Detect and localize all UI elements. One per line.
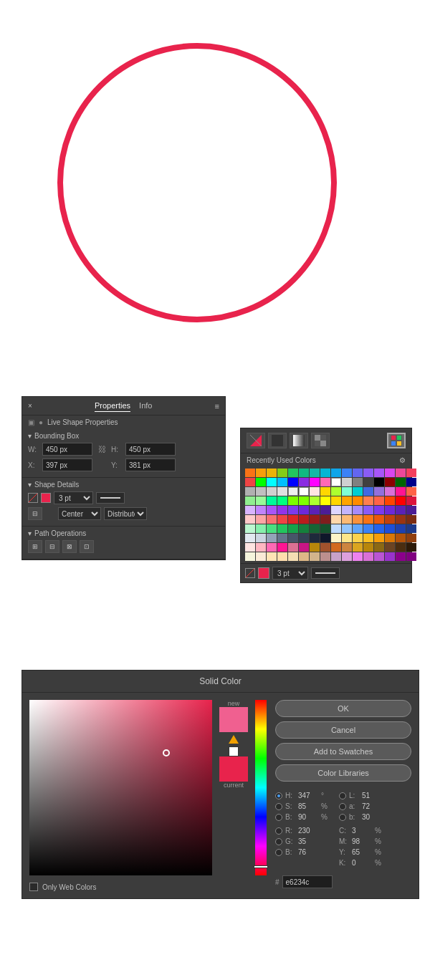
- color-cell[interactable]: [396, 469, 406, 477]
- color-cell[interactable]: [299, 478, 309, 486]
- color-cell[interactable]: [374, 506, 384, 514]
- linear-gradient-btn[interactable]: [290, 433, 308, 448]
- color-cell[interactable]: [310, 496, 320, 505]
- color-cell[interactable]: [267, 524, 277, 533]
- color-cell[interactable]: [245, 552, 255, 561]
- color-cell[interactable]: [299, 552, 309, 561]
- color-cell[interactable]: [331, 524, 341, 533]
- color-cell[interactable]: [277, 552, 287, 561]
- color-cell[interactable]: [288, 552, 298, 561]
- color-cell[interactable]: [310, 487, 320, 496]
- color-cell[interactable]: [299, 506, 309, 514]
- color-cell[interactable]: [406, 496, 416, 505]
- color-cell[interactable]: [256, 515, 266, 524]
- color-cell[interactable]: [385, 496, 395, 505]
- hex-input[interactable]: [282, 875, 333, 888]
- color-cell[interactable]: [374, 487, 384, 496]
- fill-none-swatch[interactable]: [28, 493, 38, 503]
- color-cell[interactable]: [310, 543, 320, 552]
- color-cell[interactable]: [353, 524, 363, 533]
- color-cell[interactable]: [363, 534, 373, 542]
- color-cell[interactable]: [267, 506, 277, 514]
- color-cell[interactable]: [385, 506, 395, 514]
- color-cell[interactable]: [374, 469, 384, 477]
- color-cell[interactable]: [342, 524, 352, 533]
- color-cell[interactable]: [245, 534, 255, 542]
- b-radio[interactable]: [275, 814, 282, 821]
- color-cell[interactable]: [267, 478, 277, 486]
- new-color-box[interactable]: [219, 707, 248, 732]
- color-cell[interactable]: [320, 524, 330, 533]
- color-cell[interactable]: [267, 496, 277, 505]
- color-cell[interactable]: [277, 515, 287, 524]
- color-cell[interactable]: [288, 496, 298, 505]
- color-cell[interactable]: [277, 543, 287, 552]
- color-cell[interactable]: [288, 515, 298, 524]
- h-radio[interactable]: [275, 792, 282, 799]
- color-cell[interactable]: [320, 469, 330, 477]
- pattern-btn[interactable]: [311, 433, 330, 448]
- color-cell[interactable]: [385, 487, 395, 496]
- color-cell[interactable]: [267, 552, 277, 561]
- color-cell[interactable]: [374, 534, 384, 542]
- color-cell[interactable]: [310, 534, 320, 542]
- web-colors-checkbox[interactable]: [29, 883, 38, 891]
- color-cell[interactable]: [256, 496, 266, 505]
- color-cell[interactable]: [353, 552, 363, 561]
- color-cell[interactable]: [406, 515, 416, 524]
- color-cell[interactable]: [406, 478, 416, 486]
- color-cell[interactable]: [256, 552, 266, 561]
- cp-stroke-style[interactable]: [311, 567, 340, 579]
- color-cell[interactable]: [277, 496, 287, 505]
- color-cell[interactable]: [385, 478, 395, 486]
- color-cell[interactable]: [310, 524, 320, 533]
- w-input[interactable]: [42, 443, 92, 456]
- color-cell[interactable]: [353, 496, 363, 505]
- color-cell[interactable]: [299, 496, 309, 505]
- color-cell[interactable]: [396, 552, 406, 561]
- color-cell[interactable]: [385, 552, 395, 561]
- color-cell[interactable]: [385, 469, 395, 477]
- stroke-size-select[interactable]: 3 pt 1 pt 2 pt: [54, 491, 93, 504]
- color-cell[interactable]: [277, 524, 287, 533]
- color-cell[interactable]: [406, 506, 416, 514]
- color-cell[interactable]: [245, 515, 255, 524]
- color-cell[interactable]: [406, 487, 416, 496]
- color-cell[interactable]: [342, 487, 352, 496]
- color-cell[interactable]: [277, 534, 287, 542]
- color-cell[interactable]: [396, 506, 406, 514]
- color-cell[interactable]: [320, 487, 330, 496]
- color-cell[interactable]: [406, 534, 416, 542]
- color-cell[interactable]: [288, 506, 298, 514]
- align-select[interactable]: Center: [58, 507, 101, 520]
- color-field[interactable]: [29, 700, 212, 875]
- color-cell[interactable]: [288, 478, 298, 486]
- color-cell[interactable]: [406, 543, 416, 552]
- color-cell[interactable]: [256, 478, 266, 486]
- swatches-mode-btn[interactable]: [387, 433, 406, 448]
- link-icon[interactable]: ⛓: [97, 444, 107, 454]
- color-cell[interactable]: [267, 543, 277, 552]
- color-cell[interactable]: [299, 543, 309, 552]
- color-cell[interactable]: [363, 478, 373, 486]
- color-cell[interactable]: [353, 478, 363, 486]
- color-cell[interactable]: [256, 469, 266, 477]
- color-cell[interactable]: [353, 515, 363, 524]
- color-libraries-button[interactable]: Color Libraries: [275, 764, 411, 782]
- cp-fill-none[interactable]: [245, 568, 255, 578]
- color-cell[interactable]: [320, 496, 330, 505]
- color-cell[interactable]: [353, 534, 363, 542]
- color-cell[interactable]: [353, 506, 363, 514]
- color-cell[interactable]: [320, 552, 330, 561]
- hue-slider[interactable]: [255, 700, 267, 875]
- color-cell[interactable]: [342, 543, 352, 552]
- color-cell[interactable]: [385, 543, 395, 552]
- x-input[interactable]: [42, 458, 92, 471]
- cp-stroke-color[interactable]: [258, 567, 269, 579]
- gear-icon[interactable]: ⚙: [399, 456, 406, 464]
- h-input[interactable]: [125, 443, 176, 456]
- color-cell[interactable]: [374, 478, 384, 486]
- r-radio[interactable]: [275, 827, 282, 835]
- color-cell[interactable]: [406, 524, 416, 533]
- path-op-subtract[interactable]: ⊟: [45, 540, 59, 553]
